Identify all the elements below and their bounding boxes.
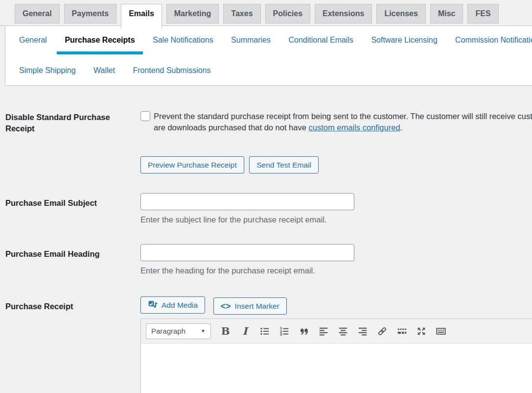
custom-emails-configured-link[interactable]: custom emails configured — [308, 123, 400, 132]
preview-purchase-receipt-button[interactable]: Preview Purchase Receipt — [140, 156, 244, 173]
align-center-icon — [338, 326, 348, 337]
purchase-receipt-row: Purchase Receipt Add Media — [5, 296, 532, 393]
numbered-list-icon: 1 2 3 — [279, 326, 290, 337]
tab-fes[interactable]: FES — [467, 4, 498, 24]
tab-general[interactable]: General — [15, 4, 60, 24]
code-icon: <> — [221, 302, 231, 311]
bold-icon: B — [221, 326, 230, 336]
tab-marketing[interactable]: Marketing — [166, 4, 219, 24]
fullscreen-icon — [416, 326, 427, 337]
bulleted-list-icon — [259, 326, 270, 337]
align-left-button[interactable] — [317, 324, 329, 338]
subtab-sale-notifications[interactable]: Sale Notifications — [145, 36, 221, 45]
blockquote-icon — [299, 326, 309, 337]
add-media-label: Add Media — [162, 301, 198, 310]
subtab-conditional-emails[interactable]: Conditional Emails — [280, 36, 361, 45]
align-left-icon — [318, 326, 329, 337]
blockquote-button[interactable] — [298, 324, 310, 338]
receipt-buttons-row: Preview Purchase Receipt Send Test Email — [140, 156, 532, 173]
toolbar-icon-group: B I — [219, 324, 447, 338]
numbered-list-button[interactable]: 1 2 3 — [278, 324, 290, 338]
email-subject-label: Purchase Email Subject — [5, 193, 140, 224]
email-heading-input[interactable] — [140, 244, 354, 261]
email-heading-description: Enter the heading for the purchase recei… — [140, 266, 354, 275]
email-subject-input[interactable] — [140, 193, 354, 210]
purchase-receipt-label: Purchase Receipt — [5, 296, 140, 393]
format-dropdown-value: Paragraph — [151, 327, 185, 335]
disable-receipt-description: Prevent the standard purchase receipt fr… — [154, 111, 532, 133]
chevron-down-icon: ▼ — [201, 328, 206, 334]
subtab-frontend-submissions[interactable]: Frontend Submissions — [125, 66, 218, 75]
subtab-commission-notifications[interactable]: Commission Notifications — [447, 36, 532, 45]
purchase-receipt-field: Add Media <> Insert Marker Paragraph ▼ B… — [140, 296, 532, 393]
email-heading-row: Purchase Email Heading Enter the heading… — [5, 244, 532, 275]
subtab-row-1: General Purchase Receipts Sale Notificat… — [11, 36, 532, 54]
disable-receipt-option: Prevent the standard purchase receipt fr… — [140, 111, 532, 133]
tab-extensions[interactable]: Extensions — [315, 4, 372, 24]
email-subject-description: Enter the subject line for the purchase … — [140, 215, 354, 224]
format-dropdown[interactable]: Paragraph ▼ — [146, 323, 211, 339]
email-subject-row: Purchase Email Subject Enter the subject… — [5, 193, 532, 224]
subtab-purchase-receipts[interactable]: Purchase Receipts — [57, 36, 142, 54]
fullscreen-button[interactable] — [415, 324, 427, 338]
subtab-wallet[interactable]: Wallet — [86, 66, 123, 75]
bold-button[interactable]: B — [219, 324, 231, 338]
editor-toolbar: Paragraph ▼ B I — [141, 319, 532, 344]
align-right-icon — [357, 326, 368, 337]
disable-receipt-field: Prevent the standard purchase receipt fr… — [140, 111, 532, 173]
tab-payments[interactable]: Payments — [64, 4, 117, 24]
disable-receipt-row: Disable Standard Purchase Receipt Preven… — [5, 111, 532, 173]
tab-taxes[interactable]: Taxes — [223, 4, 260, 24]
insert-more-button[interactable] — [395, 324, 408, 338]
insert-more-icon — [396, 326, 407, 337]
media-icon — [148, 299, 158, 311]
insert-marker-label: Insert Marker — [235, 302, 279, 311]
description-line-2: are downloads purchased that do not have… — [154, 123, 402, 132]
tab-emails[interactable]: Emails — [121, 4, 162, 28]
subtab-simple-shipping[interactable]: Simple Shipping — [11, 66, 84, 75]
italic-button[interactable]: I — [239, 324, 251, 338]
bulleted-list-button[interactable] — [258, 324, 271, 338]
disable-receipt-label: Disable Standard Purchase Receipt — [5, 111, 140, 173]
purchase-receipts-form: Disable Standard Purchase Receipt Preven… — [0, 86, 532, 393]
link-button[interactable] — [376, 324, 388, 338]
insert-marker-button[interactable]: <> Insert Marker — [213, 297, 287, 315]
editor-content-area[interactable] — [141, 344, 532, 393]
disable-receipt-checkbox[interactable] — [140, 111, 150, 121]
subtab-general[interactable]: General — [11, 36, 55, 45]
email-subtab-panel: General Purchase Receipts Sale Notificat… — [5, 26, 532, 86]
editor-media-buttons: Add Media <> Insert Marker — [140, 296, 532, 315]
description-line-1: Prevent the standard purchase receipt fr… — [154, 111, 532, 122]
email-heading-label: Purchase Email Heading — [5, 244, 140, 275]
email-subject-field: Enter the subject line for the purchase … — [140, 193, 354, 224]
align-center-button[interactable] — [337, 324, 349, 338]
send-test-email-button[interactable]: Send Test Email — [249, 156, 319, 173]
email-heading-field: Enter the heading for the purchase recei… — [140, 244, 354, 275]
keyboard-icon — [436, 326, 446, 337]
subtab-row-2: Simple Shipping Wallet Frontend Submissi… — [11, 66, 532, 75]
purchase-receipt-editor: Paragraph ▼ B I — [140, 319, 532, 393]
settings-tab-bar: General Payments Emails Marketing Taxes … — [0, 0, 532, 26]
align-right-button[interactable] — [356, 324, 369, 338]
toolbar-toggle-button[interactable] — [435, 324, 447, 338]
tab-policies[interactable]: Policies — [265, 4, 310, 24]
tab-licenses[interactable]: Licenses — [376, 4, 425, 24]
link-icon — [377, 326, 388, 337]
add-media-button[interactable]: Add Media — [140, 296, 205, 314]
italic-icon: I — [243, 326, 248, 336]
subtab-software-licensing[interactable]: Software Licensing — [363, 36, 445, 45]
svg-text:3: 3 — [279, 333, 282, 337]
tab-misc[interactable]: Misc — [430, 4, 463, 24]
subtab-summaries[interactable]: Summaries — [223, 36, 278, 45]
